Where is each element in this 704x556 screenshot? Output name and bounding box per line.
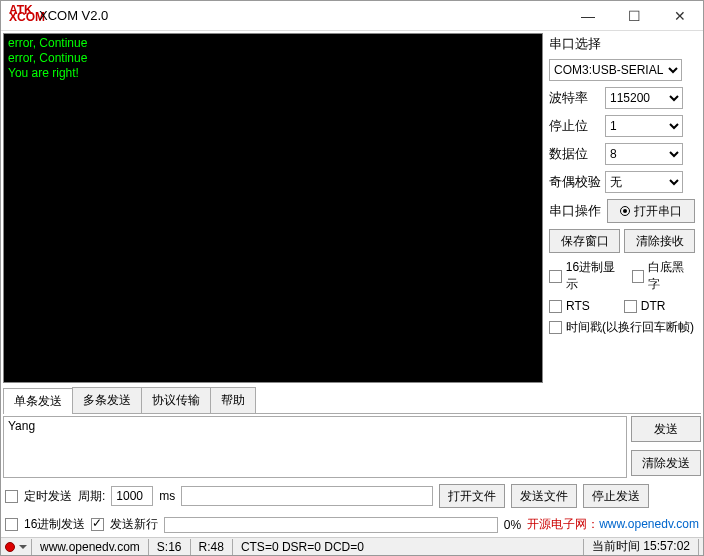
dtr-checkbox[interactable]	[624, 300, 637, 313]
databit-select[interactable]: 8	[605, 143, 683, 165]
timed-send-label: 定时发送	[24, 488, 72, 505]
tab-single-send[interactable]: 单条发送	[3, 388, 73, 414]
titlebar: ATKXCOM XCOM V2.0 — ☐ ✕	[1, 1, 703, 31]
minimize-button[interactable]: —	[565, 1, 611, 31]
app-window: ATKXCOM XCOM V2.0 — ☐ ✕ error, Continue …	[0, 0, 704, 556]
maximize-button[interactable]: ☐	[611, 1, 657, 31]
file-path-input[interactable]	[181, 486, 433, 506]
app-logo: ATKXCOM	[9, 7, 33, 25]
send-newline-checkbox[interactable]	[91, 518, 104, 531]
settings-panel: 串口选择 COM3:USB-SERIAL 波特率115200 停止位1 数据位8…	[547, 33, 701, 383]
save-window-button[interactable]: 保存窗口	[549, 229, 620, 253]
tab-help[interactable]: 帮助	[210, 387, 256, 413]
rts-checkbox[interactable]	[549, 300, 562, 313]
send-button[interactable]: 发送	[631, 416, 701, 442]
hex-display-checkbox[interactable]	[549, 270, 562, 283]
send-input[interactable]	[3, 416, 627, 478]
open-port-button[interactable]: 打开串口	[607, 199, 695, 223]
period-label: 周期:	[78, 488, 105, 505]
baud-select[interactable]: 115200	[605, 87, 683, 109]
tab-multi-send[interactable]: 多条发送	[72, 387, 142, 413]
tab-protocol[interactable]: 协议传输	[141, 387, 211, 413]
progress-pct: 0%	[504, 518, 521, 532]
parity-select[interactable]: 无	[605, 171, 683, 193]
terminal-output[interactable]: error, Continue error, Continue You are …	[3, 33, 543, 383]
stopbit-select[interactable]: 1	[605, 115, 683, 137]
clear-send-button[interactable]: 清除发送	[631, 450, 701, 476]
status-url[interactable]: www.openedv.com	[36, 540, 144, 554]
dropdown-icon[interactable]	[19, 543, 27, 551]
stop-send-button[interactable]: 停止发送	[583, 484, 649, 508]
status-bar: www.openedv.com S:16 R:48 CTS=0 DSR=0 DC…	[1, 537, 703, 555]
window-title: XCOM V2.0	[39, 8, 565, 23]
open-file-button[interactable]: 打开文件	[439, 484, 505, 508]
clear-recv-button[interactable]: 清除接收	[624, 229, 695, 253]
timestamp-checkbox[interactable]	[549, 321, 562, 334]
progress-bar	[164, 517, 497, 533]
status-sent: S:16	[153, 540, 186, 554]
baud-label: 波特率	[549, 89, 601, 107]
timed-send-checkbox[interactable]	[5, 490, 18, 503]
databit-label: 数据位	[549, 145, 601, 163]
port-select[interactable]: COM3:USB-SERIAL	[549, 59, 682, 81]
status-recv: R:48	[195, 540, 228, 554]
status-time: 当前时间 15:57:02	[588, 538, 694, 555]
whitebg-checkbox[interactable]	[632, 270, 645, 283]
stopbit-label: 停止位	[549, 117, 601, 135]
status-led-icon	[5, 542, 15, 552]
send-file-button[interactable]: 发送文件	[511, 484, 577, 508]
port-label: 串口选择	[549, 35, 695, 53]
port-status-icon	[620, 206, 630, 216]
status-lines: CTS=0 DSR=0 DCD=0	[237, 540, 579, 554]
hex-send-checkbox[interactable]	[5, 518, 18, 531]
close-button[interactable]: ✕	[657, 1, 703, 31]
tab-bar: 单条发送 多条发送 协议传输 帮助	[3, 387, 701, 414]
portop-label: 串口操作	[549, 202, 601, 220]
period-input[interactable]	[111, 486, 153, 506]
link-text: 开源电子网：www.openedv.com	[527, 516, 699, 533]
parity-label: 奇偶校验	[549, 173, 601, 191]
